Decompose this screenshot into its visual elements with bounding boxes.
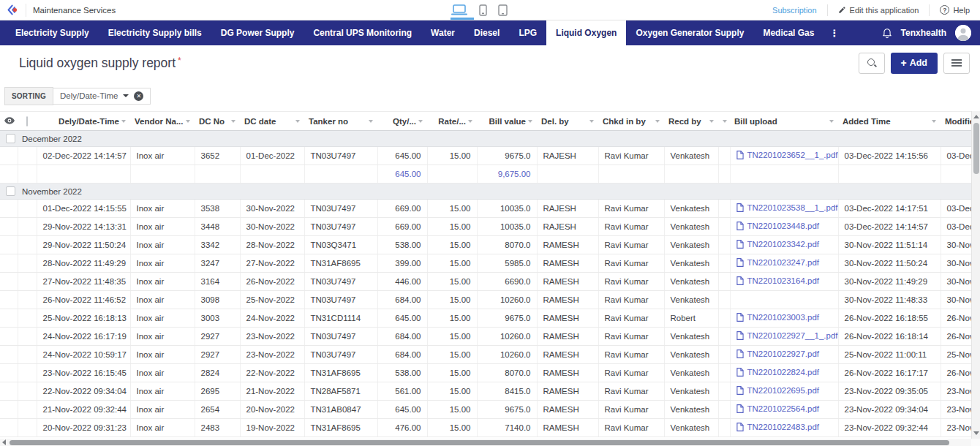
scroll-up-icon[interactable] <box>973 115 979 118</box>
col-header-vendor[interactable]: Vendor Na... <box>130 112 195 131</box>
user-name[interactable]: Tenxhealth <box>901 28 946 38</box>
bill-file-link[interactable]: TN2201022824.pdf <box>736 368 819 377</box>
menu-button[interactable] <box>943 53 970 74</box>
phone-icon[interactable] <box>479 4 487 16</box>
sort-arrow-icon[interactable] <box>589 120 594 123</box>
search-button[interactable] <box>859 53 885 74</box>
col-header-dcno[interactable]: DC No <box>195 112 240 131</box>
col-header-delby[interactable]: Del. by <box>537 112 598 131</box>
horizontal-scrollbar[interactable] <box>0 439 971 446</box>
col-header-file[interactable]: Bill upload <box>730 112 838 131</box>
table-row[interactable]: 22-Nov-2022 09:34:04Inox air269521-Nov-2… <box>0 382 971 401</box>
sort-arrow-icon[interactable] <box>121 120 126 123</box>
edit-application-button[interactable]: Edit this application <box>827 4 930 16</box>
bill-file-link[interactable]: TN2201023247.pdf <box>736 258 819 267</box>
nav-tab-oxygen-generator-supply[interactable]: Oxygen Generator Supply <box>626 20 753 45</box>
table-row[interactable]: 29-Nov-2022 11:50:24Inox air334228-Nov-2… <box>0 236 971 254</box>
bill-file-link[interactable]: TN2201022927__1_.pdf <box>736 331 838 340</box>
group-checkbox[interactable] <box>6 134 15 143</box>
bill-file-link[interactable]: TN2201023652__1_.pdf <box>736 151 838 159</box>
nav-tab-diesel[interactable]: Diesel <box>464 20 509 45</box>
sort-arrow-icon[interactable] <box>231 120 235 123</box>
nav-tab-water[interactable]: Water <box>421 20 464 45</box>
sort-arrow-icon[interactable] <box>295 120 300 123</box>
bill-file-link[interactable]: TN2201023538__1_.pdf <box>736 203 838 212</box>
sort-arrow-icon[interactable] <box>829 120 834 123</box>
nav-tab-lpg[interactable]: LPG <box>509 20 546 45</box>
bill-file-link[interactable]: TN2201022695.pdf <box>736 386 819 395</box>
cell-qty: 684.00 <box>377 291 427 309</box>
table-row[interactable]: 24-Nov-2022 10:59:17Inox air292723-Nov-2… <box>0 346 971 364</box>
bill-file-link[interactable]: TN2201023003.pdf <box>736 313 819 322</box>
bill-file-link[interactable]: TN2201023342.pdf <box>736 240 819 249</box>
vertical-scrollbar[interactable] <box>971 111 980 439</box>
sort-arrow-icon[interactable] <box>468 120 472 123</box>
scroll-down-icon[interactable] <box>973 431 979 435</box>
sort-arrow-icon[interactable] <box>186 120 190 123</box>
col-header-added[interactable]: Added Time <box>838 112 941 131</box>
nav-tab-medical-gas[interactable]: Medical Gas <box>753 20 823 45</box>
cell-chkd: Ravi Kumar <box>598 291 664 309</box>
subscription-link[interactable]: Subscription <box>762 4 827 16</box>
more-tabs-icon[interactable]: ⋮ <box>823 20 845 45</box>
table-row[interactable]: 27-Nov-2022 11:48:35Inox air316426-Nov-2… <box>0 273 971 291</box>
col-header-bill[interactable]: Bill value <box>477 112 537 131</box>
bill-file-link[interactable]: TN2201022483.pdf <box>736 423 819 431</box>
sort-arrow-icon[interactable] <box>369 120 373 123</box>
col-header-gap[interactable] <box>718 112 730 131</box>
table-row[interactable]: 26-Nov-2022 11:46:52Inox air309825-Nov-2… <box>0 291 971 309</box>
nav-tab-dg-power-supply[interactable]: DG Power Supply <box>211 20 304 45</box>
tablet-icon[interactable] <box>498 4 508 16</box>
horizontal-scroll-thumb[interactable] <box>10 440 949 445</box>
col-header-dely[interactable]: Dely/Date-Time <box>37 112 130 131</box>
sort-arrow-icon[interactable] <box>709 120 714 123</box>
col-header-tanker[interactable]: Tanker no <box>304 112 377 131</box>
table-row[interactable]: 02-Dec-2022 14:14:57Inox air365201-Dec-2… <box>0 147 971 165</box>
table-row[interactable]: 20-Nov-2022 09:31:23Inox air248319-Nov-2… <box>0 419 971 437</box>
avatar[interactable] <box>955 25 971 41</box>
col-header-recd[interactable]: Recd by <box>664 112 718 131</box>
notifications-bell-icon[interactable] <box>882 27 892 39</box>
cell-tanker: TN31CD1114 <box>304 309 377 328</box>
sorting-chip[interactable]: Dely/Date-Time ✕ <box>53 88 151 105</box>
nav-tab-electricity-supply-bills[interactable]: Electricity Supply bills <box>99 20 211 45</box>
cell-vendor: Inox air <box>130 218 195 236</box>
select-all-checkbox[interactable] <box>26 116 28 126</box>
nav-tab-liquid-oxygen[interactable]: Liquid Oxygen <box>546 20 626 45</box>
col-header-qty[interactable]: Qty/... <box>377 112 427 131</box>
help-button[interactable]: ? Help <box>929 4 980 16</box>
add-button[interactable]: +Add <box>891 53 938 74</box>
cell-dcdate: 22-Nov-2022 <box>240 364 304 382</box>
laptop-icon[interactable] <box>451 4 468 16</box>
col-header-rate[interactable]: Rate/... <box>427 112 477 131</box>
sort-arrow-icon[interactable] <box>418 120 423 123</box>
col-header-chkd[interactable]: Chkd in by <box>598 112 664 131</box>
sort-arrow-icon[interactable] <box>932 120 936 123</box>
nav-tab-electricity-supply[interactable]: Electricity Supply <box>6 20 99 45</box>
table-row[interactable]: 28-Nov-2022 11:49:29Inox air324727-Nov-2… <box>0 254 971 273</box>
table-row[interactable]: 29-Nov-2022 14:13:31Inox air344830-Nov-2… <box>0 218 971 236</box>
bill-file-link[interactable]: TN2201023164.pdf <box>736 276 819 285</box>
sort-arrow-icon[interactable] <box>655 120 660 123</box>
column-chooser-eye-icon[interactable] <box>0 112 18 131</box>
scroll-left-icon[interactable] <box>2 439 6 445</box>
bill-file-link[interactable]: TN2201023448.pdf <box>736 222 819 230</box>
remove-sort-icon[interactable]: ✕ <box>134 91 143 101</box>
col-header-dcdate[interactable]: DC date <box>240 112 304 131</box>
vertical-scroll-thumb[interactable] <box>973 123 979 174</box>
bill-file-link[interactable]: TN2201022564.pdf <box>736 404 819 413</box>
nav-tab-central-ups-monitoring[interactable]: Central UPS Monitoring <box>304 20 421 45</box>
sort-arrow-icon[interactable] <box>723 120 727 123</box>
chevron-down-icon[interactable] <box>123 94 129 97</box>
bill-file-link[interactable]: TN2201022927.pdf <box>736 349 819 358</box>
table-row[interactable]: 23-Nov-2022 16:15:45Inox air282422-Nov-2… <box>0 364 971 382</box>
table-row[interactable]: 25-Nov-2022 16:18:13Inox air300324-Nov-2… <box>0 309 971 328</box>
table-row[interactable]: 24-Nov-2022 16:17:19Inox air292723-Nov-2… <box>0 328 971 346</box>
col-header-modified[interactable]: Modified Time <box>941 112 971 131</box>
sort-arrow-icon[interactable] <box>528 120 532 123</box>
col-header-select[interactable] <box>18 112 37 131</box>
group-checkbox[interactable] <box>6 186 15 196</box>
table-row[interactable]: 01-Dec-2022 14:15:55Inox air353830-Nov-2… <box>0 200 971 218</box>
app-logo[interactable] <box>0 4 26 17</box>
table-row[interactable]: 21-Nov-2022 09:32:44Inox air265420-Nov-2… <box>0 401 971 419</box>
